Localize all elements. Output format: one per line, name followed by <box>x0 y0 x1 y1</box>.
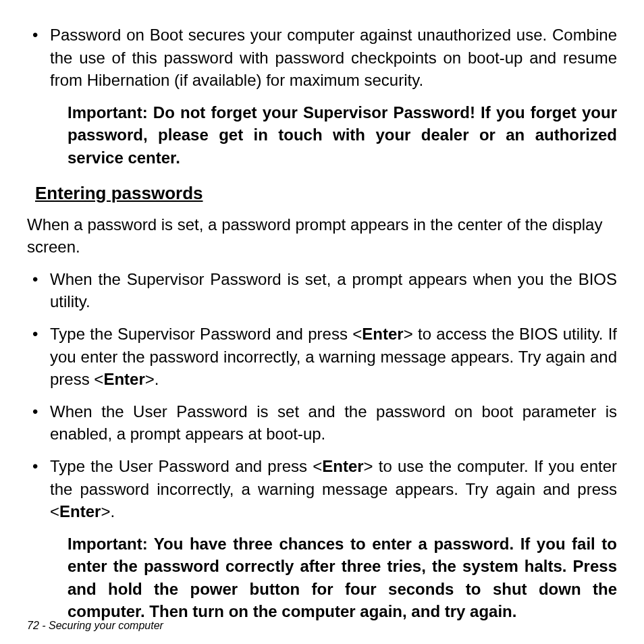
list-item: Type the User Password and press <Enter>… <box>27 455 617 523</box>
heading-text: Entering passwords <box>35 183 203 203</box>
important-text: Important: Do not forget your Supervisor… <box>68 103 617 167</box>
page-footer: 72 - Securing your computer <box>27 620 163 632</box>
body-text: >. <box>145 370 159 388</box>
list-item: Password on Boot secures your computer a… <box>27 24 617 92</box>
body-text: Type the Supervisor Password and press < <box>50 325 362 343</box>
body-text: When a password is set, a password promp… <box>27 215 602 257</box>
top-bullet-list: Password on Boot secures your computer a… <box>27 24 617 92</box>
body-text: Password on Boot secures your computer a… <box>50 26 617 89</box>
section-heading: Entering passwords <box>35 183 617 204</box>
important-note: Important: Do not forget your Supervisor… <box>68 101 617 169</box>
body-text: Type the User Password and press < <box>50 457 322 475</box>
page-container: Password on Boot secures your computer a… <box>0 0 644 644</box>
key-enter: Enter <box>362 325 403 343</box>
list-item: When the User Password is set and the pa… <box>27 400 617 446</box>
list-item: Type the Supervisor Password and press <… <box>27 323 617 391</box>
body-text: When the Supervisor Password is set, a p… <box>50 270 617 311</box>
intro-paragraph: When a password is set, a password promp… <box>27 213 617 259</box>
key-enter: Enter <box>322 457 363 475</box>
body-text: When the User Password is set and the pa… <box>50 402 617 444</box>
main-bullet-list: When the Supervisor Password is set, a p… <box>27 268 617 523</box>
important-text: Important: You have three chances to ent… <box>68 535 617 621</box>
key-enter: Enter <box>103 370 144 388</box>
footer-text: 72 - Securing your computer <box>27 620 163 631</box>
key-enter: Enter <box>59 502 101 520</box>
body-text: >. <box>101 502 115 520</box>
important-note: Important: You have three chances to ent… <box>68 533 617 623</box>
list-item: When the Supervisor Password is set, a p… <box>27 268 617 313</box>
